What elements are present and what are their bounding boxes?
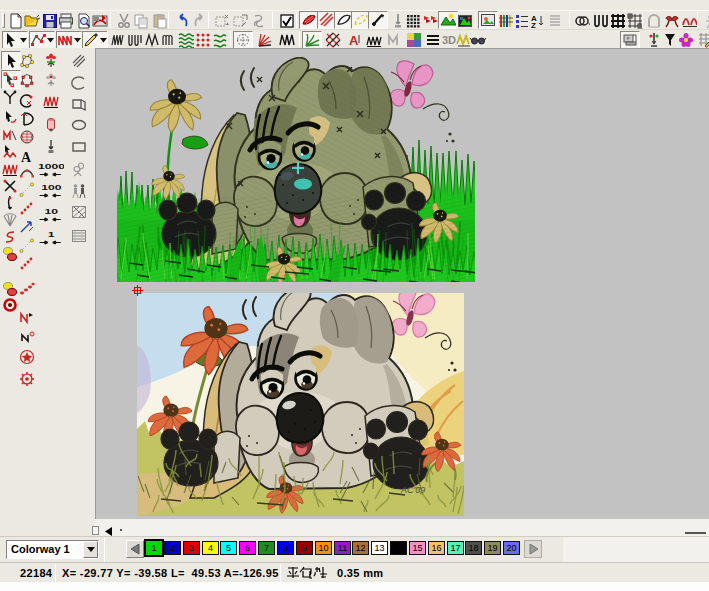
svg-text:A: A xyxy=(349,33,359,48)
svg-text:A: A xyxy=(21,150,32,164)
svg-text:3D: 3D xyxy=(442,34,456,46)
svg-text:AC'09: AC'09 xyxy=(400,485,425,495)
svg-text:10: 10 xyxy=(45,208,59,216)
svg-text:Z: Z xyxy=(531,21,536,29)
svg-text:1000: 1000 xyxy=(38,163,64,171)
svg-text:1: 1 xyxy=(48,231,55,239)
svg-text:100: 100 xyxy=(41,184,62,192)
